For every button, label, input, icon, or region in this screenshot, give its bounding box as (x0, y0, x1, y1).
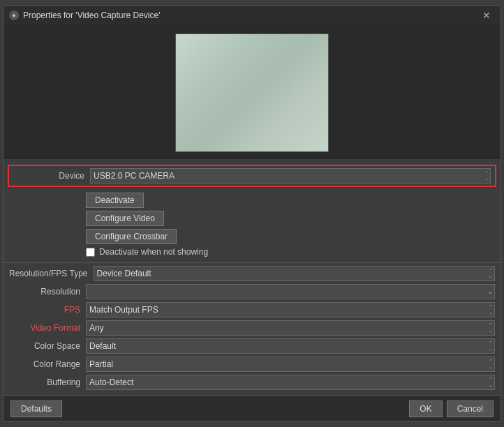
resolution-fps-control: Device Default (94, 266, 495, 281)
buffering-control: Auto-Detect (86, 375, 495, 390)
preview-area (3, 25, 501, 159)
color-range-select-wrapper: Partial (86, 357, 495, 372)
buttons-section: Deactivate Configure Video Configure Cro… (3, 188, 501, 261)
separator-1 (3, 262, 501, 263)
deactivate-checkbox-row: Deactivate when not showing (86, 247, 208, 257)
color-range-control: Partial (86, 357, 495, 372)
configure-video-button[interactable]: Configure Video (86, 211, 164, 226)
buttons-row-2: Configure Video (86, 211, 208, 226)
color-space-label: Color Space (9, 341, 86, 351)
titlebar: ● Properties for 'Video Capture Device' … (3, 6, 501, 25)
titlebar-left: ● Properties for 'Video Capture Device' (9, 10, 160, 20)
device-row: Device USB2.0 PC CAMERA (8, 165, 496, 187)
device-label: Device (13, 171, 90, 181)
video-format-row: Video Format Any (3, 319, 501, 337)
ok-button[interactable]: OK (409, 400, 442, 417)
video-format-select[interactable]: Any (86, 320, 495, 336)
fps-select[interactable]: Match Output FPS (86, 302, 495, 317)
dialog-title: Properties for 'Video Capture Device' (23, 10, 160, 20)
close-button[interactable]: ✕ (478, 8, 495, 22)
fps-row: FPS Match Output FPS (3, 301, 501, 319)
color-range-select[interactable]: Partial (86, 357, 495, 372)
device-control: USB2.0 PC CAMERA (90, 168, 491, 183)
color-space-row: Color Space Default (3, 337, 501, 355)
resolution-label: Resolution (9, 287, 86, 297)
buttons-row-3: Configure Crossbar (86, 229, 208, 244)
resolution-row: Resolution (3, 283, 501, 301)
device-select-wrapper: USB2.0 PC CAMERA (90, 168, 491, 183)
color-range-label: Color Range (9, 359, 86, 369)
buttons-area: Deactivate Configure Video Configure Cro… (86, 190, 495, 260)
settings-area: Device USB2.0 PC CAMERA Deactivate Con (3, 159, 501, 395)
buffering-select[interactable]: Auto-Detect (86, 375, 495, 390)
deactivate-button[interactable]: Deactivate (86, 193, 144, 208)
fps-select-wrapper: Match Output FPS (86, 302, 495, 317)
resolution-control (86, 284, 495, 299)
buffering-label: Buffering (9, 377, 86, 387)
resolution-fps-label: Resolution/FPS Type (9, 269, 94, 278)
video-format-control: Any (86, 320, 495, 336)
bottom-right-buttons: OK Cancel (409, 400, 494, 417)
bottom-bar: Defaults OK Cancel (3, 395, 501, 421)
fps-control: Match Output FPS (86, 302, 495, 317)
app-icon: ● (9, 10, 19, 20)
color-space-select-wrapper: Default (86, 338, 495, 354)
deactivate-checkbox[interactable] (86, 248, 95, 257)
configure-crossbar-button[interactable]: Configure Crossbar (86, 229, 177, 244)
color-space-control: Default (86, 338, 495, 354)
resolution-select-wrapper (86, 284, 495, 299)
video-format-select-wrapper: Any (86, 320, 495, 336)
buffering-row: Buffering Auto-Detect (3, 373, 501, 391)
video-preview (175, 33, 329, 152)
cancel-button[interactable]: Cancel (447, 400, 494, 417)
device-select[interactable]: USB2.0 PC CAMERA (90, 168, 491, 183)
buttons-row-1: Deactivate (86, 193, 208, 208)
dialog: ● Properties for 'Video Capture Device' … (3, 5, 501, 422)
deactivate-checkbox-label: Deactivate when not showing (99, 247, 208, 257)
defaults-button[interactable]: Defaults (10, 400, 62, 417)
color-range-row: Color Range Partial (3, 355, 501, 373)
resolution-fps-row: Resolution/FPS Type Device Default (3, 264, 501, 283)
buffering-select-wrapper: Auto-Detect (86, 375, 495, 390)
buttons-group: Deactivate Configure Video Configure Cro… (86, 190, 208, 260)
video-format-label: Video Format (9, 323, 86, 333)
fps-label: FPS (9, 305, 86, 315)
resolution-fps-select[interactable]: Device Default (94, 266, 495, 281)
resolution-select[interactable] (86, 284, 495, 299)
resolution-fps-select-wrapper: Device Default (94, 266, 495, 281)
color-space-select[interactable]: Default (86, 338, 495, 354)
